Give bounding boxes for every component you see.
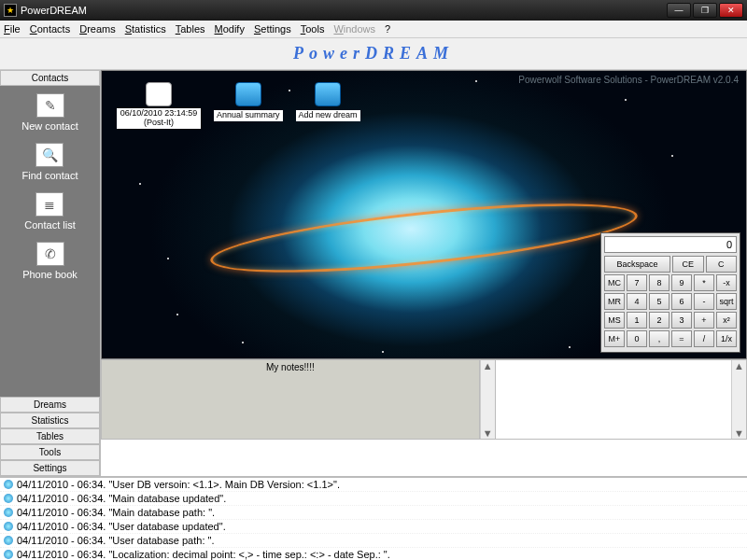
sidebar-header[interactable]: Contacts	[0, 70, 100, 86]
calc-key-_[interactable]: =	[671, 330, 692, 347]
sidebar-tab-tools[interactable]: Tools	[0, 444, 100, 460]
calc-key-MR[interactable]: MR	[604, 293, 625, 310]
calc-c[interactable]: C	[706, 256, 737, 273]
calculator-widget: 0 BackspaceCEC MC789*-xMR456-sqrtMS123+x…	[600, 232, 740, 353]
titlebar: ★ PowerDREAM — ❐ ✕	[0, 0, 747, 21]
sidebar-tab-statistics[interactable]: Statistics	[0, 413, 100, 428]
file-icon	[146, 82, 172, 106]
info-icon	[4, 536, 13, 545]
notes-header: My notes!!!!	[266, 362, 315, 372]
info-icon	[4, 494, 13, 503]
calc-key-3[interactable]: 3	[671, 312, 692, 329]
calc-key-_x[interactable]: -x	[716, 274, 737, 291]
star	[167, 258, 169, 259]
sidebar: Contacts ✎New contact🔍Find contact≣Conta…	[0, 70, 101, 476]
calc-key-6[interactable]: 6	[671, 293, 692, 310]
desktop-icon-add-new-dream[interactable]: Add new dream	[296, 82, 360, 129]
watermark-text: Powerwolf Software Solutions - PowerDREA…	[518, 75, 739, 85]
sidebar-item-find-contact[interactable]: 🔍Find contact	[22, 143, 78, 181]
calc-key-x_[interactable]: x²	[716, 312, 737, 329]
log-row: 04/11/2010 - 06:34. "Main database updat…	[0, 492, 747, 506]
calc-key-0[interactable]: 0	[627, 330, 647, 347]
sidebar-item-label: Phone book	[22, 269, 78, 280]
log-text: 04/11/2010 - 06:34. "User database path:…	[17, 535, 214, 546]
desktop-icon-label: 06/10/2010 23:14:59 (Post-It)	[117, 108, 201, 129]
calc-key-4[interactable]: 4	[627, 293, 647, 310]
desktop-area: Powerwolf Software Solutions - PowerDREA…	[101, 70, 747, 359]
star	[671, 155, 673, 157]
menu-tables[interactable]: Tables	[176, 23, 205, 35]
notes-scrollbar[interactable]: ▲▼	[480, 360, 495, 439]
sidebar-icon: 🔍	[35, 143, 63, 167]
star	[569, 346, 571, 348]
desktop-icon-label: Add new dream	[296, 110, 360, 121]
log-text: 04/11/2010 - 06:34. "Localization: decim…	[17, 549, 390, 560]
star	[382, 351, 384, 353]
menu-dreams[interactable]: Dreams	[79, 23, 116, 35]
banner: PowerDREAM	[0, 38, 747, 70]
calc-key-_[interactable]: +	[694, 312, 714, 329]
log-text: 04/11/2010 - 06:34. "Main database path:…	[17, 507, 215, 518]
calc-key-5[interactable]: 5	[649, 293, 669, 310]
star	[139, 183, 141, 185]
calc-key-M_[interactable]: M+	[604, 330, 625, 347]
menu-settings[interactable]: Settings	[254, 23, 291, 35]
calc-key-_[interactable]: ,	[649, 330, 669, 347]
side-scrollbar[interactable]: ▲▼	[731, 360, 746, 439]
sidebar-item-new-contact[interactable]: ✎New contact	[21, 93, 78, 132]
info-icon	[4, 480, 13, 489]
log-text: 04/11/2010 - 06:34. "User DB versoin: <1…	[17, 479, 340, 490]
log-row: 04/11/2010 - 06:34. "Localization: decim…	[0, 548, 747, 560]
info-icon	[4, 522, 13, 531]
calc-key-sqrt[interactable]: sqrt	[716, 293, 737, 310]
menu-windows: Windows	[333, 23, 375, 35]
log-text: 04/11/2010 - 06:34. "Main database updat…	[17, 493, 226, 504]
desktop-icon-label: Annual summary	[214, 110, 283, 121]
banner-title: PowerDREAM	[293, 44, 454, 63]
calc-key-7[interactable]: 7	[627, 274, 647, 291]
sidebar-tab-tables[interactable]: Tables	[0, 428, 100, 444]
star	[242, 342, 244, 343]
star	[130, 108, 132, 110]
sidebar-icon: ✆	[36, 242, 64, 266]
calc-backspace[interactable]: Backspace	[604, 256, 670, 273]
menu-modify[interactable]: Modify	[215, 23, 245, 35]
calc-key-9[interactable]: 9	[671, 274, 692, 291]
sidebar-item-contact-list[interactable]: ≣Contact list	[24, 192, 75, 231]
calc-key-_[interactable]: -	[694, 293, 714, 310]
minimize-button[interactable]: —	[667, 3, 691, 18]
star	[289, 90, 290, 91]
window-title: PowerDREAM	[21, 5, 667, 16]
calc-key-_[interactable]: /	[694, 330, 714, 347]
calc-key-1[interactable]: 1	[627, 312, 647, 329]
menu-statistics[interactable]: Statistics	[125, 23, 166, 35]
calc-key-1_x[interactable]: 1/x	[716, 330, 737, 347]
maximize-button[interactable]: ❐	[693, 3, 717, 18]
star	[475, 80, 477, 82]
calc-key-8[interactable]: 8	[649, 274, 669, 291]
menu-contacts[interactable]: Contacts	[30, 23, 70, 35]
side-pane[interactable]	[495, 360, 731, 439]
notes-pane[interactable]: My notes!!!!	[102, 360, 480, 439]
sidebar-tab-settings[interactable]: Settings	[0, 460, 100, 476]
sidebar-item-phone-book[interactable]: ✆Phone book	[22, 242, 78, 280]
close-button[interactable]: ✕	[719, 3, 743, 18]
sidebar-item-label: Find contact	[22, 170, 78, 181]
log-panel[interactable]: 04/11/2010 - 06:34. "User DB versoin: <1…	[0, 476, 747, 560]
desktop-icon-06-10-2010-23-14-59-[interactable]: 06/10/2010 23:14:59 (Post-It)	[117, 82, 201, 129]
calc-key-_[interactable]: *	[694, 274, 714, 291]
sidebar-icon: ✎	[36, 93, 64, 118]
menu-tools[interactable]: Tools	[301, 23, 325, 35]
log-row: 04/11/2010 - 06:34. "Main database path:…	[0, 506, 747, 520]
info-icon	[4, 508, 13, 517]
calc-key-MC[interactable]: MC	[604, 274, 625, 291]
calc-key-2[interactable]: 2	[649, 312, 669, 329]
desktop-icon-annual-summary[interactable]: Annual summary	[214, 82, 283, 129]
sidebar-tab-dreams[interactable]: Dreams	[0, 397, 100, 413]
galaxy-ring	[207, 189, 640, 287]
menu-?[interactable]: ?	[385, 23, 390, 35]
calc-ce[interactable]: CE	[672, 256, 703, 273]
calc-key-MS[interactable]: MS	[604, 312, 625, 329]
sidebar-item-label: Contact list	[24, 219, 75, 231]
menu-file[interactable]: File	[4, 23, 21, 35]
